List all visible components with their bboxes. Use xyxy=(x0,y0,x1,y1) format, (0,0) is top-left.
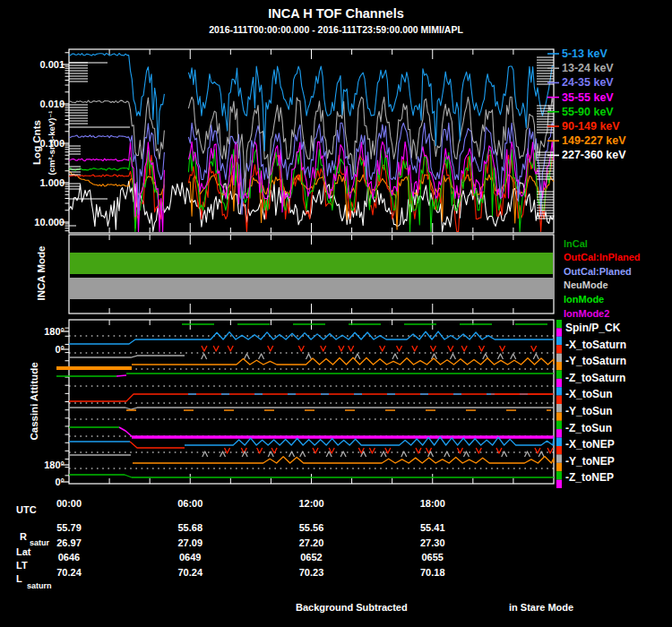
attitude-legend-ZtoSaturn: -Z_toSaturn xyxy=(565,372,625,384)
attitude-mark xyxy=(213,346,219,351)
attitude-mark xyxy=(533,354,538,359)
attitude-color-key-segment xyxy=(556,412,562,420)
utc-tick-label: 06:00 xyxy=(163,498,217,509)
flux-y-tick-label: 0.100 xyxy=(11,138,65,149)
ephemeris-value: 0646 xyxy=(42,552,96,563)
attitude-y-tick-label: 0° xyxy=(11,344,65,355)
attitude-mark xyxy=(257,448,263,453)
inca-tof-plot-page: { "page": { "title": "INCA H TOF Channel… xyxy=(0,0,672,627)
attitude-mark xyxy=(289,451,295,457)
ephemeris-value: 27.09 xyxy=(163,537,217,548)
attitude-mark xyxy=(268,451,273,457)
ephemeris-value: 0655 xyxy=(406,552,460,563)
attitude-trace-burst xyxy=(185,456,554,463)
attitude-mark xyxy=(381,451,386,457)
attitude-color-key-segment xyxy=(556,337,562,345)
attitude-trace xyxy=(69,339,185,344)
attitude-mark xyxy=(412,346,418,351)
attitude-mark xyxy=(300,451,306,457)
attitude-mark xyxy=(306,354,311,359)
attitude-trace xyxy=(116,375,126,376)
attitude-mark xyxy=(244,354,249,359)
attitude-mark xyxy=(397,346,402,351)
attitude-mark xyxy=(271,448,277,453)
flux-series-5-13keV xyxy=(69,54,164,145)
attitude-mark xyxy=(450,354,455,359)
footer-note-stare-mode: in Stare Mode xyxy=(509,602,573,613)
attitude-mark xyxy=(444,451,450,457)
ephemeris-value: 55.56 xyxy=(285,522,339,533)
utc-tick-label: 00:00 xyxy=(42,498,96,509)
utc-tick-label: 18:00 xyxy=(406,498,460,509)
ephemeris-value: 55.41 xyxy=(406,522,460,533)
ephemeris-row-sub-L: saturn xyxy=(27,581,52,590)
flux-series-13-24keV xyxy=(69,98,164,159)
attitude-mark xyxy=(339,346,344,351)
ephemeris-value: 27.30 xyxy=(406,537,460,548)
ephemeris-value: 26.97 xyxy=(42,537,96,548)
attitude-trace xyxy=(130,442,185,448)
flux-legend-13-24keV: 13-24 keV xyxy=(562,62,614,74)
attitude-legend-YtoSaturn: -Y_toSaturn xyxy=(565,355,626,367)
footer-note-background-subtracted: Background Subtracted xyxy=(296,602,408,613)
attitude-legend-ZtoSun: -Z_toSun xyxy=(565,422,612,434)
mode-legend-NeuMode: NeuMode xyxy=(564,279,608,290)
attitude-color-key-segment xyxy=(556,454,562,462)
attitude-color-key-segment xyxy=(556,438,562,446)
flux-y-tick-label: 0.010 xyxy=(11,99,65,109)
ephemeris-value: 70.18 xyxy=(406,567,460,578)
attitude-mark xyxy=(202,354,207,359)
attitude-color-key-segment xyxy=(556,379,562,387)
flux-legend-35-55keV: 35-55 keV xyxy=(562,91,614,104)
attitude-mark xyxy=(349,346,354,351)
attitude-mark xyxy=(392,354,398,359)
attitude-mark xyxy=(497,354,503,359)
attitude-mark xyxy=(547,448,553,453)
attitude-color-key-segment xyxy=(556,354,562,362)
flux-legend-149-227keV: 149-227 keV xyxy=(562,134,626,147)
attitude-color-key-segment xyxy=(556,320,562,328)
ephemeris-value: 70.23 xyxy=(285,567,339,578)
flux-legend-5-13keV: 5-13 keV xyxy=(562,47,607,60)
attitude-color-key-segment xyxy=(556,421,562,429)
ephemeris-value: 55.79 xyxy=(42,522,96,533)
mode-active-bar-0 xyxy=(70,253,553,274)
attitude-mark xyxy=(479,346,485,351)
ephemeris-row-label-LT: LT xyxy=(16,560,28,571)
attitude-color-key-segment xyxy=(556,387,562,395)
flux-y-tick-label: 0.001 xyxy=(11,59,65,70)
attitude-mark xyxy=(259,354,264,359)
attitude-color-key-segment xyxy=(556,480,562,488)
attitude-color-key-segment xyxy=(556,404,562,412)
mode-active-bar-1 xyxy=(70,278,553,299)
attitude-color-key-segment xyxy=(556,396,562,404)
attitude-color-key-segment xyxy=(556,345,562,353)
attitude-mark xyxy=(355,354,360,359)
mode-legend-IonMode2: IonMode2 xyxy=(564,308,609,319)
attitude-mark xyxy=(511,354,516,359)
attitude-mark xyxy=(321,346,326,351)
plot-subtitle: 2016-111T00:00:00.000 - 2016-111T23:59:0… xyxy=(0,24,672,35)
attitude-color-key-segment xyxy=(556,429,562,437)
ephemeris-value: 70.24 xyxy=(42,567,96,578)
ephemeris-value: 70.24 xyxy=(163,567,217,578)
mode-legend-IonMode: IonMode xyxy=(564,294,604,305)
attitude-legend-ZtoNEP: -Z_toNEP xyxy=(565,471,614,484)
attitude-trace xyxy=(69,408,554,409)
attitude-mark xyxy=(500,346,505,351)
ephemeris-row-label-L: L xyxy=(16,573,22,584)
attitude-trace xyxy=(119,427,132,436)
flux-series-5-13keV xyxy=(188,66,554,150)
attitude-y-tick-label: 180° xyxy=(11,326,65,337)
attitude-mark xyxy=(461,346,467,351)
ephemeris-row-label-R: R xyxy=(20,531,27,542)
mode-legend-OutCalPlaned: OutCal:Planed xyxy=(564,266,632,277)
flux-legend-227-360keV: 227-360 keV xyxy=(562,149,626,161)
plot-title: INCA H TOF Channels xyxy=(0,6,672,21)
ephemeris-value: 0649 xyxy=(163,552,217,563)
attitude-trace xyxy=(69,394,554,401)
attitude-color-key-segment xyxy=(556,471,562,479)
attitude-mark xyxy=(228,346,233,351)
attitude-mark xyxy=(531,346,537,351)
attitude-legend-YtoNEP: -Y_toNEP xyxy=(565,455,615,468)
